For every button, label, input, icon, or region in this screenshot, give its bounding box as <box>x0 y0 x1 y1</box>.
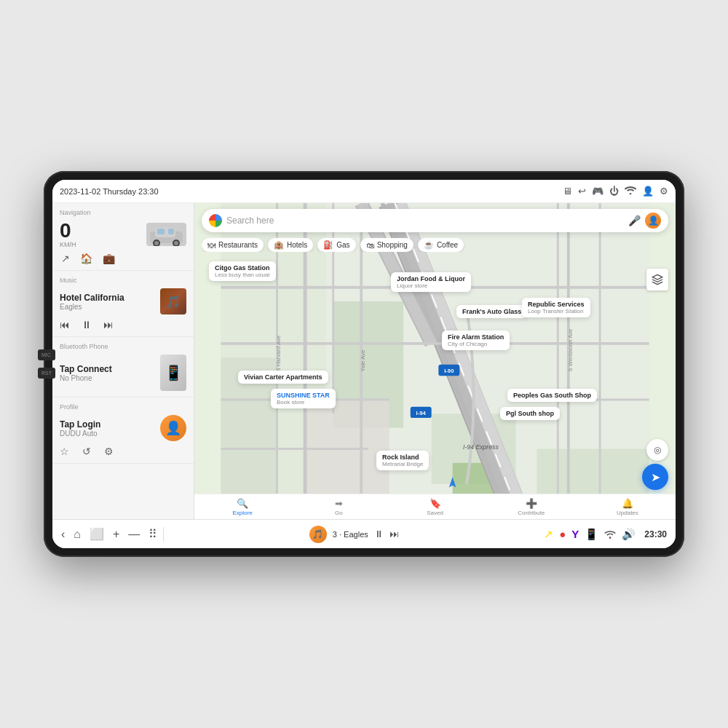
chip-shopping[interactable]: 🛍 Shopping <box>360 238 414 252</box>
favorites-icon[interactable]: ☆ <box>60 446 69 457</box>
gas-icon: ⛽ <box>323 240 333 250</box>
sunshine-sub: Book store <box>277 399 330 405</box>
go-label: Go <box>335 510 343 516</box>
chip-gas[interactable]: ⛽ Gas <box>317 238 355 252</box>
prev-button[interactable]: ⏮ <box>60 319 70 331</box>
place-pgl[interactable]: Pgl South shop <box>500 407 560 420</box>
map-nav-saved[interactable]: 🔖 Saved <box>387 494 483 519</box>
category-chips: 🍽 Restaurants 🏨 Hotels ⛽ Gas 🛍 <box>202 238 668 252</box>
speed-value: 0 <box>60 221 141 241</box>
fire-sub: City of Chicago <box>448 341 504 347</box>
back-button[interactable]: ‹ <box>61 528 65 541</box>
place-sunshine[interactable]: SUNSHINE STAR Book store <box>271 389 336 408</box>
svg-rect-2 <box>157 229 165 234</box>
chip-shopping-label: Shopping <box>377 241 408 249</box>
mic-button[interactable]: MIC <box>38 349 55 360</box>
search-mic-icon[interactable]: 🎤 <box>628 215 641 226</box>
republic-sub: Loop Transfer Station <box>528 308 585 314</box>
apps-button[interactable]: ⠿ <box>149 527 157 541</box>
chip-restaurants-label: Restaurants <box>218 241 258 249</box>
search-avatar[interactable]: 👤 <box>645 213 661 229</box>
navigation-label: Navigation <box>60 209 186 216</box>
status-bar: 2023-11-02 Thursday 23:30 🖥 ↩ 🎮 ⏻ 👤 ⚙ <box>52 180 676 203</box>
navigation-arrow-icon[interactable]: ↗ <box>544 528 553 541</box>
bluetooth-section: Bluetooth Phone Tap Connect No Phone 📱 <box>52 337 194 397</box>
refresh-icon[interactable]: ↺ <box>82 446 91 457</box>
home-nav-icon[interactable]: 🏠 <box>80 253 92 264</box>
chip-coffee[interactable]: ☕ Coffee <box>418 238 464 252</box>
map-search-bar[interactable]: Search here 🎤 👤 <box>202 209 668 232</box>
navigate-icon[interactable]: ↗ <box>61 253 70 264</box>
red-dot-icon[interactable]: ● <box>559 528 566 540</box>
next-button[interactable]: ⏭ <box>103 319 114 331</box>
place-citgo[interactable]: Citgo Gas Station Less busy than usual <box>209 261 276 281</box>
place-fire-alarm[interactable]: Fire Alarm Station City of Chicago <box>442 331 510 350</box>
google-logo <box>209 214 222 227</box>
chip-restaurants[interactable]: 🍽 Restaurants <box>202 238 264 252</box>
go-icon: ➡ <box>335 498 343 509</box>
bt-widget: Tap Connect No Phone 📱 <box>60 355 186 391</box>
device: MIC RST 2023-11-02 Thursday 23:30 🖥 ↩ 🎮 … <box>44 171 684 557</box>
map-bottom-nav: 🔍 Explore ➡ Go 🔖 Saved ➕ <box>194 494 676 519</box>
map-layers-button[interactable] <box>646 269 668 290</box>
speed-display: 0 KM/H <box>60 221 141 248</box>
chip-hotels[interactable]: 🏨 Hotels <box>268 238 313 252</box>
map-compass-button[interactable]: ◎ <box>646 439 668 461</box>
toolbar-center: 🎵 3 · Eagles ⏸ ⏭ <box>170 526 538 543</box>
citgo-sub: Less busy than usual <box>215 272 270 278</box>
updates-icon: 🔔 <box>622 498 633 509</box>
toolbar-time: 23:30 <box>644 529 667 539</box>
profile-sub: DUDU Auto <box>60 430 154 438</box>
track-number: 3 · Eagles <box>333 530 368 539</box>
add-button[interactable]: + <box>113 528 119 541</box>
rock-name: Rock Island <box>382 454 423 461</box>
music-label: Music <box>60 277 186 284</box>
phone-icon: 📱 <box>160 355 186 391</box>
map-nav-go[interactable]: ➡ Go <box>290 494 387 519</box>
map-nav-updates[interactable]: 🔔 Updates <box>579 494 676 519</box>
svg-text:I-90: I-90 <box>444 368 454 374</box>
map-navigate-button[interactable]: ➤ <box>642 464 668 490</box>
profile-avatar: 👤 <box>160 415 186 441</box>
svg-point-7 <box>174 241 178 245</box>
work-nav-icon[interactable]: 💼 <box>103 253 115 264</box>
jordan-sub: Liquor store <box>397 282 465 289</box>
toolbar-right: ↗ ● Y 📱 🔊 23:30 <box>544 528 667 541</box>
skip-next-button[interactable]: ⏭ <box>389 529 399 539</box>
minus-button[interactable]: — <box>128 528 140 541</box>
map-background: S Harvard Ave Yale Ave S Wentworth Ave I… <box>194 203 676 519</box>
yahoo-icon[interactable]: Y <box>571 528 579 540</box>
map-nav-explore[interactable]: 🔍 Explore <box>194 494 290 519</box>
coffee-icon: ☕ <box>424 240 434 250</box>
place-vivian[interactable]: Vivian Carter Apartments <box>238 371 328 384</box>
pause-button[interactable]: ⏸ <box>82 319 92 331</box>
franks-name: Frank's Auto Glass <box>462 308 521 315</box>
profile-widget: Tap Login DUDU Auto 👤 <box>60 415 186 441</box>
profile-section: Profile Tap Login DUDU Auto 👤 ☆ ↺ ⚙ <box>52 397 194 464</box>
play-pause-button[interactable]: ⏸ <box>374 529 384 539</box>
speed-unit: KM/H <box>60 241 141 248</box>
profile-info: Tap Login DUDU Auto <box>60 419 154 438</box>
volume-icon[interactable]: 🔊 <box>622 528 636 541</box>
search-placeholder: Search here <box>226 215 624 226</box>
bottom-toolbar: ‹ ⌂ ⬜ + — ⠿ 🎵 3 · Eagles ⏸ ⏭ <box>52 519 676 548</box>
rst-button[interactable]: RST <box>38 368 55 379</box>
place-franks[interactable]: Frank's Auto Glass <box>456 305 527 318</box>
car-icon <box>146 223 186 246</box>
place-republic[interactable]: Republic Services Loop Transfer Station <box>522 298 590 317</box>
home-button[interactable]: ⌂ <box>74 528 81 541</box>
monitor-icon: 🖥 <box>563 186 572 197</box>
svg-text:I-94 Express: I-94 Express <box>463 443 499 451</box>
settings-icon: ⚙ <box>660 186 668 197</box>
window-button[interactable]: ⬜ <box>90 527 104 541</box>
pgl-name: Pgl South shop <box>506 410 554 417</box>
place-peoples-gas[interactable]: Peoples Gas South Shop <box>507 389 597 402</box>
place-rock-island[interactable]: Rock Island Metrarial Bridge <box>376 451 429 470</box>
saved-icon: 🔖 <box>430 498 441 509</box>
svg-text:Yale Ave: Yale Ave <box>360 350 366 372</box>
place-jordan[interactable]: Jordan Food & Liquor Liquor store <box>391 272 471 292</box>
map-nav-contribute[interactable]: ➕ Contribute <box>483 494 579 519</box>
app-icon[interactable]: 📱 <box>585 528 598 541</box>
settings-profile-icon[interactable]: ⚙ <box>104 446 114 457</box>
map-area[interactable]: S Harvard Ave Yale Ave S Wentworth Ave I… <box>194 203 676 519</box>
